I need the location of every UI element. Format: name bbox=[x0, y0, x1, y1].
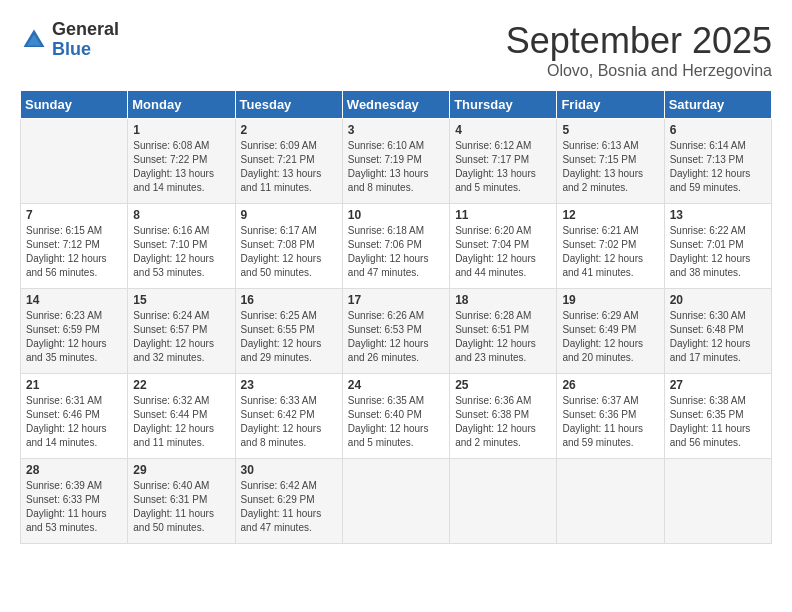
cell-info: Sunrise: 6:24 AMSunset: 6:57 PMDaylight:… bbox=[133, 309, 229, 365]
col-tuesday: Tuesday bbox=[235, 91, 342, 119]
cell-info: Sunrise: 6:15 AMSunset: 7:12 PMDaylight:… bbox=[26, 224, 122, 280]
calendar-cell: 9Sunrise: 6:17 AMSunset: 7:08 PMDaylight… bbox=[235, 204, 342, 289]
day-number: 15 bbox=[133, 293, 229, 307]
day-number: 2 bbox=[241, 123, 337, 137]
cell-info: Sunrise: 6:36 AMSunset: 6:38 PMDaylight:… bbox=[455, 394, 551, 450]
day-number: 11 bbox=[455, 208, 551, 222]
calendar-week-row: 21Sunrise: 6:31 AMSunset: 6:46 PMDayligh… bbox=[21, 374, 772, 459]
calendar-cell bbox=[557, 459, 664, 544]
calendar-cell: 17Sunrise: 6:26 AMSunset: 6:53 PMDayligh… bbox=[342, 289, 449, 374]
calendar-cell: 12Sunrise: 6:21 AMSunset: 7:02 PMDayligh… bbox=[557, 204, 664, 289]
cell-info: Sunrise: 6:09 AMSunset: 7:21 PMDaylight:… bbox=[241, 139, 337, 195]
calendar-cell: 22Sunrise: 6:32 AMSunset: 6:44 PMDayligh… bbox=[128, 374, 235, 459]
cell-info: Sunrise: 6:38 AMSunset: 6:35 PMDaylight:… bbox=[670, 394, 766, 450]
calendar-cell: 5Sunrise: 6:13 AMSunset: 7:15 PMDaylight… bbox=[557, 119, 664, 204]
day-number: 30 bbox=[241, 463, 337, 477]
calendar-cell: 14Sunrise: 6:23 AMSunset: 6:59 PMDayligh… bbox=[21, 289, 128, 374]
col-monday: Monday bbox=[128, 91, 235, 119]
cell-info: Sunrise: 6:17 AMSunset: 7:08 PMDaylight:… bbox=[241, 224, 337, 280]
cell-info: Sunrise: 6:14 AMSunset: 7:13 PMDaylight:… bbox=[670, 139, 766, 195]
day-number: 22 bbox=[133, 378, 229, 392]
cell-info: Sunrise: 6:39 AMSunset: 6:33 PMDaylight:… bbox=[26, 479, 122, 535]
day-number: 14 bbox=[26, 293, 122, 307]
day-number: 6 bbox=[670, 123, 766, 137]
calendar-week-row: 7Sunrise: 6:15 AMSunset: 7:12 PMDaylight… bbox=[21, 204, 772, 289]
cell-info: Sunrise: 6:25 AMSunset: 6:55 PMDaylight:… bbox=[241, 309, 337, 365]
calendar-cell: 3Sunrise: 6:10 AMSunset: 7:19 PMDaylight… bbox=[342, 119, 449, 204]
calendar-cell: 8Sunrise: 6:16 AMSunset: 7:10 PMDaylight… bbox=[128, 204, 235, 289]
cell-info: Sunrise: 6:40 AMSunset: 6:31 PMDaylight:… bbox=[133, 479, 229, 535]
day-number: 13 bbox=[670, 208, 766, 222]
calendar-cell: 7Sunrise: 6:15 AMSunset: 7:12 PMDaylight… bbox=[21, 204, 128, 289]
day-number: 10 bbox=[348, 208, 444, 222]
month-title: September 2025 bbox=[506, 20, 772, 62]
calendar-cell bbox=[342, 459, 449, 544]
calendar-cell: 19Sunrise: 6:29 AMSunset: 6:49 PMDayligh… bbox=[557, 289, 664, 374]
day-number: 23 bbox=[241, 378, 337, 392]
title-block: September 2025 Olovo, Bosnia and Herzego… bbox=[506, 20, 772, 80]
day-number: 7 bbox=[26, 208, 122, 222]
calendar-cell bbox=[450, 459, 557, 544]
col-wednesday: Wednesday bbox=[342, 91, 449, 119]
day-number: 27 bbox=[670, 378, 766, 392]
cell-info: Sunrise: 6:29 AMSunset: 6:49 PMDaylight:… bbox=[562, 309, 658, 365]
col-saturday: Saturday bbox=[664, 91, 771, 119]
cell-info: Sunrise: 6:28 AMSunset: 6:51 PMDaylight:… bbox=[455, 309, 551, 365]
cell-info: Sunrise: 6:22 AMSunset: 7:01 PMDaylight:… bbox=[670, 224, 766, 280]
logo-general: General bbox=[52, 20, 119, 40]
cell-info: Sunrise: 6:37 AMSunset: 6:36 PMDaylight:… bbox=[562, 394, 658, 450]
cell-info: Sunrise: 6:18 AMSunset: 7:06 PMDaylight:… bbox=[348, 224, 444, 280]
calendar-cell: 21Sunrise: 6:31 AMSunset: 6:46 PMDayligh… bbox=[21, 374, 128, 459]
day-number: 24 bbox=[348, 378, 444, 392]
calendar-cell: 27Sunrise: 6:38 AMSunset: 6:35 PMDayligh… bbox=[664, 374, 771, 459]
calendar-cell: 30Sunrise: 6:42 AMSunset: 6:29 PMDayligh… bbox=[235, 459, 342, 544]
calendar-cell bbox=[664, 459, 771, 544]
logo-icon bbox=[20, 26, 48, 54]
cell-info: Sunrise: 6:20 AMSunset: 7:04 PMDaylight:… bbox=[455, 224, 551, 280]
calendar-cell: 11Sunrise: 6:20 AMSunset: 7:04 PMDayligh… bbox=[450, 204, 557, 289]
cell-info: Sunrise: 6:26 AMSunset: 6:53 PMDaylight:… bbox=[348, 309, 444, 365]
day-number: 18 bbox=[455, 293, 551, 307]
cell-info: Sunrise: 6:33 AMSunset: 6:42 PMDaylight:… bbox=[241, 394, 337, 450]
day-number: 29 bbox=[133, 463, 229, 477]
calendar-cell bbox=[21, 119, 128, 204]
calendar-week-row: 14Sunrise: 6:23 AMSunset: 6:59 PMDayligh… bbox=[21, 289, 772, 374]
calendar-cell: 26Sunrise: 6:37 AMSunset: 6:36 PMDayligh… bbox=[557, 374, 664, 459]
calendar-cell: 1Sunrise: 6:08 AMSunset: 7:22 PMDaylight… bbox=[128, 119, 235, 204]
calendar-table: Sunday Monday Tuesday Wednesday Thursday… bbox=[20, 90, 772, 544]
cell-info: Sunrise: 6:21 AMSunset: 7:02 PMDaylight:… bbox=[562, 224, 658, 280]
day-number: 21 bbox=[26, 378, 122, 392]
calendar-cell: 24Sunrise: 6:35 AMSunset: 6:40 PMDayligh… bbox=[342, 374, 449, 459]
cell-info: Sunrise: 6:13 AMSunset: 7:15 PMDaylight:… bbox=[562, 139, 658, 195]
day-number: 19 bbox=[562, 293, 658, 307]
calendar-cell: 18Sunrise: 6:28 AMSunset: 6:51 PMDayligh… bbox=[450, 289, 557, 374]
day-number: 4 bbox=[455, 123, 551, 137]
cell-info: Sunrise: 6:32 AMSunset: 6:44 PMDaylight:… bbox=[133, 394, 229, 450]
cell-info: Sunrise: 6:42 AMSunset: 6:29 PMDaylight:… bbox=[241, 479, 337, 535]
calendar-cell: 4Sunrise: 6:12 AMSunset: 7:17 PMDaylight… bbox=[450, 119, 557, 204]
day-number: 25 bbox=[455, 378, 551, 392]
cell-info: Sunrise: 6:30 AMSunset: 6:48 PMDaylight:… bbox=[670, 309, 766, 365]
calendar-cell: 25Sunrise: 6:36 AMSunset: 6:38 PMDayligh… bbox=[450, 374, 557, 459]
calendar-cell: 23Sunrise: 6:33 AMSunset: 6:42 PMDayligh… bbox=[235, 374, 342, 459]
calendar-cell: 10Sunrise: 6:18 AMSunset: 7:06 PMDayligh… bbox=[342, 204, 449, 289]
day-number: 17 bbox=[348, 293, 444, 307]
cell-info: Sunrise: 6:08 AMSunset: 7:22 PMDaylight:… bbox=[133, 139, 229, 195]
calendar-cell: 16Sunrise: 6:25 AMSunset: 6:55 PMDayligh… bbox=[235, 289, 342, 374]
page-header: General Blue September 2025 Olovo, Bosni… bbox=[20, 20, 772, 80]
calendar-cell: 28Sunrise: 6:39 AMSunset: 6:33 PMDayligh… bbox=[21, 459, 128, 544]
day-number: 12 bbox=[562, 208, 658, 222]
day-number: 5 bbox=[562, 123, 658, 137]
cell-info: Sunrise: 6:31 AMSunset: 6:46 PMDaylight:… bbox=[26, 394, 122, 450]
logo-blue: Blue bbox=[52, 40, 119, 60]
calendar-cell: 13Sunrise: 6:22 AMSunset: 7:01 PMDayligh… bbox=[664, 204, 771, 289]
calendar-cell: 6Sunrise: 6:14 AMSunset: 7:13 PMDaylight… bbox=[664, 119, 771, 204]
day-number: 3 bbox=[348, 123, 444, 137]
day-number: 20 bbox=[670, 293, 766, 307]
logo: General Blue bbox=[20, 20, 119, 60]
col-thursday: Thursday bbox=[450, 91, 557, 119]
day-number: 16 bbox=[241, 293, 337, 307]
calendar-cell: 29Sunrise: 6:40 AMSunset: 6:31 PMDayligh… bbox=[128, 459, 235, 544]
cell-info: Sunrise: 6:16 AMSunset: 7:10 PMDaylight:… bbox=[133, 224, 229, 280]
cell-info: Sunrise: 6:23 AMSunset: 6:59 PMDaylight:… bbox=[26, 309, 122, 365]
